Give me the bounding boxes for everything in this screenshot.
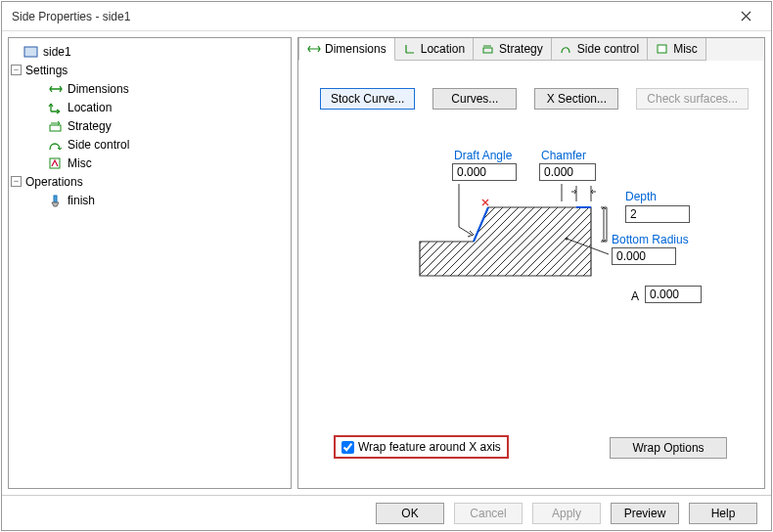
tree-strategy[interactable]: Strategy — [11, 117, 289, 134]
a-field[interactable] — [645, 286, 702, 303]
tab-dimensions[interactable]: Dimensions — [298, 38, 395, 61]
curves-button[interactable]: Curves... — [432, 88, 517, 110]
svg-rect-0 — [24, 47, 37, 57]
tab-location[interactable]: Location — [394, 38, 474, 61]
svg-rect-4 — [483, 48, 492, 53]
right-panel: Dimensions Location Strategy Side contro… — [297, 37, 765, 489]
svg-rect-5 — [658, 45, 666, 53]
dialog-footer: OK Cancel Apply Preview Help — [2, 495, 771, 530]
tree-location[interactable]: Location — [11, 99, 289, 115]
apply-button[interactable]: Apply — [532, 503, 601, 524]
depth-label: Depth — [625, 190, 657, 203]
tree-side-control[interactable]: Side control — [11, 136, 289, 153]
ok-button[interactable]: OK — [376, 503, 444, 524]
wrap-checkbox-input[interactable] — [341, 441, 354, 454]
wrap-options-button[interactable]: Wrap Options — [610, 437, 727, 459]
cross-section-diagram — [415, 178, 611, 295]
diagram: Draft Angle Chamfer Depth Bottom Radius … — [312, 149, 750, 393]
toggle-settings[interactable]: − — [11, 65, 22, 75]
side-icon — [23, 44, 39, 60]
misc-icon — [48, 155, 64, 171]
tree-settings[interactable]: − Settings — [11, 62, 289, 78]
tab-content: Stock Curve... Curves... X Section... Ch… — [298, 61, 764, 488]
tab-misc[interactable]: Misc — [647, 38, 706, 61]
location-tab-icon — [403, 42, 417, 56]
draft-angle-label: Draft Angle — [454, 149, 512, 162]
misc-tab-icon — [656, 42, 669, 56]
tab-side-control[interactable]: Side control — [551, 38, 648, 61]
depth-field[interactable] — [625, 205, 690, 223]
side-control-icon — [48, 137, 64, 153]
tree-operations[interactable]: − Operations — [11, 173, 289, 190]
dimensions-icon — [48, 81, 64, 97]
titlebar: Side Properties - side1 — [2, 2, 771, 31]
location-icon — [48, 100, 64, 115]
toggle-operations[interactable]: − — [11, 176, 22, 187]
close-icon — [741, 11, 751, 22]
svg-rect-1 — [50, 125, 61, 131]
tree-misc[interactable]: Misc — [11, 155, 289, 171]
tab-strategy[interactable]: Strategy — [473, 38, 552, 61]
svg-rect-3 — [54, 196, 57, 202]
cancel-button[interactable]: Cancel — [454, 503, 523, 524]
bottom-radius-field[interactable] — [612, 247, 676, 265]
strategy-tab-icon — [481, 42, 495, 56]
check-surfaces-button[interactable]: Check surfaces... — [636, 88, 749, 110]
tabs: Dimensions Location Strategy Side contro… — [298, 37, 764, 61]
chamfer-label: Chamfer — [541, 149, 586, 162]
side-control-tab-icon — [560, 42, 573, 56]
dialog-window: Side Properties - side1 side1 — [1, 1, 772, 531]
tree-dimensions[interactable]: Dimensions — [11, 80, 289, 97]
strategy-icon — [48, 118, 64, 134]
stock-curve-button[interactable]: Stock Curve... — [320, 88, 415, 110]
x-section-button[interactable]: X Section... — [534, 88, 618, 110]
finish-icon — [48, 193, 64, 208]
help-button[interactable]: Help — [689, 503, 757, 524]
a-label: A — [631, 289, 639, 303]
tree-finish[interactable]: finish — [11, 192, 289, 208]
dimensions-tab-icon — [307, 42, 321, 56]
window-title: Side Properties - side1 — [12, 10, 130, 23]
tree-root-side1[interactable]: side1 — [11, 43, 289, 60]
tree-panel: side1 − Settings Dimensions — [8, 37, 292, 489]
bottom-radius-label: Bottom Radius — [612, 233, 689, 246]
close-button[interactable] — [728, 5, 763, 28]
wrap-feature-checkbox[interactable]: Wrap feature around X axis — [334, 435, 509, 459]
svg-point-7 — [565, 237, 568, 240]
preview-button[interactable]: Preview — [611, 503, 679, 524]
